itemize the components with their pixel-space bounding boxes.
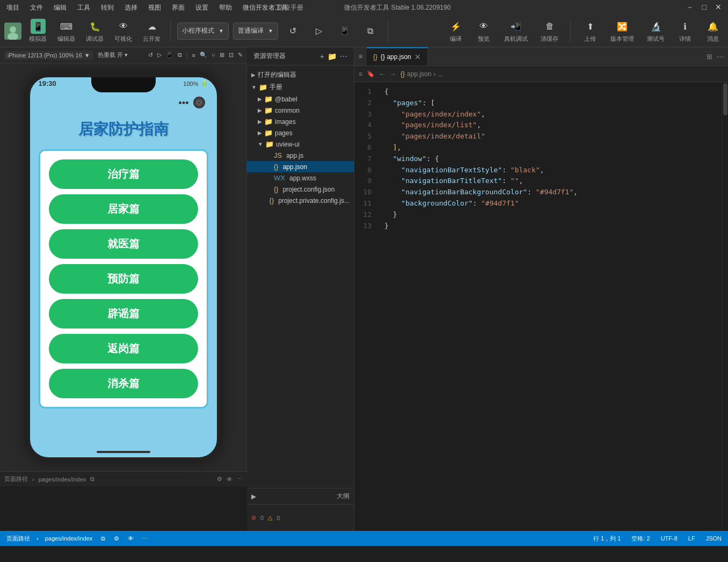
visible-button[interactable]: 👁 可视化 bbox=[111, 17, 135, 45]
filetree-appjson[interactable]: {} app.json bbox=[247, 161, 354, 172]
modebar-grid-icon[interactable]: ⊞ bbox=[220, 52, 224, 59]
editor-toolbar-icons[interactable]: ≡ 🔖 ← → bbox=[359, 70, 396, 78]
modebar-layout-icon[interactable]: ⊡ bbox=[229, 52, 234, 59]
minimize-button[interactable]: － bbox=[684, 3, 696, 12]
menu-item-edit[interactable]: 编辑 bbox=[52, 2, 69, 13]
statusbar-spaces[interactable]: 空格: 2 bbox=[629, 535, 652, 543]
modebar-branch-icon[interactable]: ⑂ bbox=[212, 52, 215, 59]
cloud-button[interactable]: ☁ 云开发 bbox=[140, 17, 164, 45]
code-editor-content[interactable]: { "pages": [ "pages/index/index", "pages… bbox=[376, 82, 722, 531]
modebar-play-icon[interactable]: ▷ bbox=[157, 52, 162, 59]
statusbar-row-col[interactable]: 行 1，列 1 bbox=[591, 535, 623, 543]
filetree-root[interactable]: ▼ 📁 手册 bbox=[247, 81, 354, 93]
statusbar-more-icon[interactable]: ⋯ bbox=[140, 535, 150, 542]
modebar-menu-icon[interactable]: ≡ bbox=[192, 52, 195, 59]
phone-btn-disinfect[interactable]: 消杀篇 bbox=[49, 369, 198, 398]
sim-more-icon[interactable]: ⋯ bbox=[237, 476, 243, 483]
sim-settings-icon[interactable]: ⚙ bbox=[217, 476, 222, 483]
menu-item-tools[interactable]: 工具 bbox=[75, 2, 92, 13]
editor-tab-appjson[interactable]: {} {} app.json ✕ bbox=[367, 47, 428, 65]
preview-button[interactable]: 👁 预览 bbox=[473, 17, 494, 45]
edit-compile-button[interactable]: ⚡ 编译 bbox=[445, 17, 467, 45]
device-selector[interactable]: iPhone 12/13 (Pro) 100% 16 ▼ bbox=[4, 51, 93, 60]
split-editor-icon[interactable]: ⊞ bbox=[707, 53, 712, 61]
compile-dropdown[interactable]: 普通编译 ▼ bbox=[233, 23, 278, 40]
scrollbar-thumb[interactable] bbox=[723, 83, 727, 115]
modebar-phone-icon[interactable]: 📱 bbox=[166, 52, 173, 59]
modebar-refresh-icon[interactable]: ↺ bbox=[148, 52, 153, 59]
phone-btn-medical[interactable]: 就医篇 bbox=[49, 229, 198, 259]
modebar-copy-icon[interactable]: ⧉ bbox=[178, 52, 182, 59]
filetree-projectprivate[interactable]: {} project.private.config.js... bbox=[247, 195, 354, 206]
menu-item-help[interactable]: 帮助 bbox=[217, 2, 234, 13]
message-button[interactable]: 🔔 消息 bbox=[702, 17, 724, 45]
filetree-babel-folder[interactable]: ▶ 📁 @babel bbox=[247, 93, 354, 105]
phone-btn-home[interactable]: 居家篇 bbox=[49, 194, 198, 224]
editor-toolbar-menu-icon[interactable]: ≡ bbox=[359, 70, 362, 78]
modebar-edit-icon[interactable]: ✎ bbox=[238, 52, 243, 59]
editor-toolbar-bookmark-icon[interactable]: 🔖 bbox=[367, 70, 375, 78]
statusbar-eye-icon[interactable]: 👁 bbox=[126, 535, 136, 542]
version-button[interactable]: 🔀 版本管理 bbox=[607, 17, 637, 45]
filetree-new-folder-icon[interactable]: 📁 bbox=[327, 52, 337, 61]
editor-scrollbar[interactable] bbox=[722, 82, 728, 531]
statusbar-line-ending[interactable]: LF bbox=[686, 535, 697, 542]
play-button[interactable]: ▷ bbox=[308, 21, 330, 41]
filetree-toolbar[interactable]: + 📁 ⋯ bbox=[320, 52, 347, 61]
phone-btn-rumor[interactable]: 辟谣篇 bbox=[49, 299, 198, 329]
phone-button[interactable]: 📱 bbox=[334, 21, 355, 41]
menu-item-file[interactable]: 文件 bbox=[28, 2, 45, 13]
filetree-open-editors-item[interactable]: ▶ 打开的编辑器 bbox=[247, 69, 354, 81]
hotreload-toggle[interactable]: 热重载 开 ▾ bbox=[98, 51, 128, 59]
statusbar-encoding[interactable]: UTF-8 bbox=[659, 535, 680, 542]
filetree-pages-folder[interactable]: ▶ 📁 pages bbox=[247, 127, 354, 138]
phone-btn-return[interactable]: 返岗篇 bbox=[49, 334, 198, 363]
sim-eye-icon[interactable]: 👁 bbox=[227, 476, 232, 483]
filetree-images-folder[interactable]: ▶ 📁 images bbox=[247, 116, 354, 127]
test-button[interactable]: 🔬 测试号 bbox=[644, 17, 668, 45]
editor-toolbar-forward-icon[interactable]: → bbox=[390, 70, 396, 78]
user-avatar[interactable] bbox=[4, 23, 21, 40]
statusbar-copy-icon[interactable]: ⧉ bbox=[99, 535, 107, 542]
outline-panel[interactable]: ▶ 大纲 bbox=[247, 488, 354, 504]
upload-button[interactable]: ⬆ 上传 bbox=[579, 17, 601, 45]
modebar-search-icon[interactable]: 🔍 bbox=[200, 52, 207, 59]
refresh-button[interactable]: ↺ bbox=[282, 21, 304, 41]
statusbar-settings-icon[interactable]: ⚙ bbox=[112, 535, 121, 542]
menu-item-view[interactable]: 视图 bbox=[146, 2, 163, 13]
real-machine-button[interactable]: 📲 真机调试 bbox=[501, 17, 531, 45]
menu-item-settings[interactable]: 设置 bbox=[193, 2, 210, 13]
statusbar-format[interactable]: JSON bbox=[704, 535, 724, 542]
filetree-more-icon[interactable]: ⋯ bbox=[340, 52, 347, 61]
tab-close-icon[interactable]: ✕ bbox=[414, 53, 421, 61]
editor-tab-right-icons[interactable]: ⊞ ⋯ bbox=[702, 47, 728, 65]
menu-item-ui[interactable]: 界面 bbox=[170, 2, 187, 13]
editor-button[interactable]: ⌨ 编辑器 bbox=[54, 17, 78, 45]
filetree-uview-folder[interactable]: ▼ 📁 uview-ui bbox=[247, 138, 354, 150]
editor-tab-menu[interactable]: ≡ bbox=[354, 47, 367, 65]
debugger-button[interactable]: 🐛 调试器 bbox=[83, 17, 107, 45]
editor-toolbar-back-icon[interactable]: ← bbox=[379, 70, 385, 78]
close-button[interactable]: ✕ bbox=[713, 3, 724, 12]
filetree-new-file-icon[interactable]: + bbox=[320, 52, 324, 61]
menu-bar[interactable]: 项目 文件 编辑 工具 转到 选择 视图 界面 设置 帮助 微信开发者工具 bbox=[4, 2, 290, 13]
phone-btn-treatment[interactable]: 治疗篇 bbox=[49, 159, 198, 189]
filetree-projectconfig[interactable]: {} project.config.json bbox=[247, 184, 354, 195]
filetree-common-folder[interactable]: ▶ 📁 common bbox=[247, 105, 354, 116]
maximize-button[interactable]: □ bbox=[700, 3, 709, 12]
phone-btn-prevention[interactable]: 预防篇 bbox=[49, 264, 198, 294]
modebar-left[interactable]: iPhone 12/13 (Pro) 100% 16 ▼ 热重载 开 ▾ bbox=[4, 51, 128, 60]
details-button[interactable]: ℹ 详情 bbox=[674, 17, 696, 45]
menu-item-select[interactable]: 选择 bbox=[122, 2, 140, 13]
menu-item-project[interactable]: 项目 bbox=[4, 2, 21, 13]
copy-button[interactable]: ⧉ bbox=[360, 21, 381, 41]
breadcrumb-file[interactable]: app.json bbox=[407, 70, 431, 78]
filetree-appwxss[interactable]: WX app.wxss bbox=[247, 172, 354, 184]
window-controls[interactable]: － □ ✕ bbox=[684, 3, 724, 12]
simulator-button[interactable]: 📱 模拟器 bbox=[26, 17, 50, 45]
path-copy-icon[interactable]: ⧉ bbox=[90, 476, 94, 483]
mode-dropdown[interactable]: 小程序模式 ▼ bbox=[177, 23, 229, 40]
statusbar-path[interactable]: pages/index/index bbox=[43, 535, 95, 542]
clean-button[interactable]: 🗑 清缓存 bbox=[537, 17, 562, 45]
menu-item-goto[interactable]: 转到 bbox=[99, 2, 116, 13]
